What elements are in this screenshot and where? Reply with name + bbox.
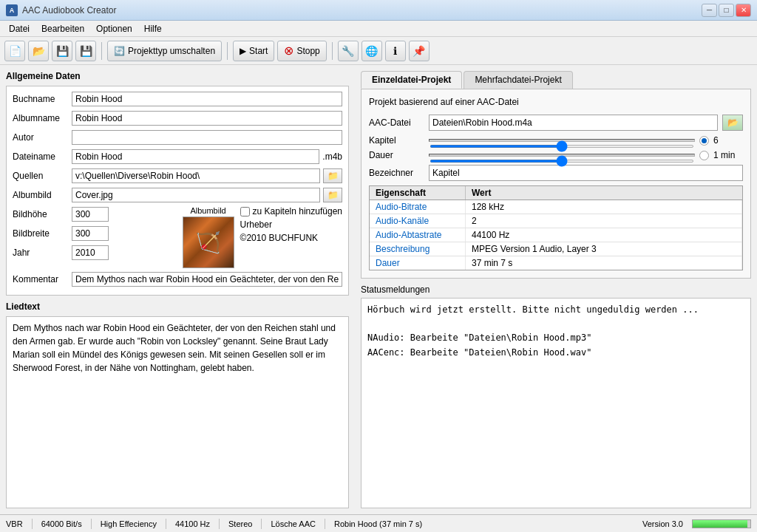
kapitel-radio[interactable]	[699, 136, 709, 146]
bildbreite-row: Bildbreite	[13, 225, 183, 242]
albumname-label: Albumname	[13, 113, 72, 123]
save-as-button[interactable]: 💾	[75, 41, 96, 61]
bildhoehe-label: Bildhöhe	[13, 209, 72, 219]
bezeichner-label: Bezeichner	[369, 168, 424, 178]
menu-optionen[interactable]: Optionen	[90, 22, 138, 35]
dauer-radio[interactable]	[699, 151, 709, 160]
sb-vbr: VBR	[6, 519, 23, 528]
tab-einzeldatei[interactable]: Einzeldatei-Projekt	[361, 71, 462, 89]
ext-label: .m4b	[322, 151, 342, 162]
kapitel-slider[interactable]	[429, 139, 695, 142]
prop-val: 44100 Hz	[466, 228, 742, 242]
bildbreite-input[interactable]	[72, 226, 109, 241]
autor-input[interactable]	[72, 130, 342, 145]
general-data-section: Allgemeine Daten Buchname Albumname Auto…	[6, 71, 349, 301]
sb-version: Version 3.0	[642, 519, 683, 528]
info-button[interactable]: ℹ	[385, 41, 406, 61]
web-button[interactable]: 🌐	[361, 41, 382, 61]
settings-button[interactable]: 🔧	[338, 41, 359, 61]
prop-col-eigenschaft: Eigenschaft	[370, 186, 466, 200]
autor-row: Autor	[13, 129, 342, 146]
quellen-folder-button[interactable]: 📁	[323, 168, 342, 183]
maximize-button[interactable]: □	[719, 4, 734, 17]
bildbreite-label: Bildbreite	[13, 228, 72, 239]
tab-bar: Einzeldatei-Projekt Mehrfachdatei-Projek…	[361, 71, 751, 89]
urheber-section: zu Kapiteln hinzufügen Urheber ©2010 BUC…	[240, 206, 342, 243]
open-button[interactable]: 📂	[28, 41, 49, 61]
albumname-input[interactable]	[72, 111, 342, 126]
album-image-container: Albumbild 🏹	[183, 206, 234, 268]
stopp-button[interactable]: ⊗ Stopp	[277, 41, 326, 61]
aac-datei-browse-button[interactable]: 📂	[722, 115, 743, 131]
toolbar-sep-2	[227, 42, 228, 60]
properties-header: Eigenschaft Wert	[370, 186, 742, 200]
close-button[interactable]: ✕	[736, 4, 751, 17]
dateiname-row: Dateiname .m4b	[13, 149, 342, 165]
prop-key: Dauer	[370, 256, 466, 270]
menu-hilfe[interactable]: Hilfe	[138, 22, 168, 35]
image-fields: Bildhöhe Bildbreite Jahr	[13, 206, 183, 264]
sb-quality: High Effeciency	[101, 519, 157, 528]
sb-stereo: Stereo	[228, 519, 252, 528]
extra-button[interactable]: 📌	[409, 41, 430, 61]
aac-datei-input[interactable]	[429, 115, 718, 131]
kommentar-input[interactable]	[72, 272, 342, 287]
album-img-inner: 🏹	[183, 217, 234, 267]
dauer-label: Dauer	[369, 150, 424, 160]
prop-key: Audio-Bitrate	[370, 200, 466, 214]
menu-datei[interactable]: Datei	[3, 22, 35, 35]
dauer-slider[interactable]	[429, 154, 695, 157]
sb-sep-2	[91, 519, 92, 529]
dateiname-input[interactable]	[72, 149, 319, 164]
kapitel-range[interactable]	[430, 145, 694, 148]
properties-table: Eigenschaft Wert Audio-Bitrate128 kHzAud…	[369, 185, 743, 270]
urheber-label: Urheber	[240, 219, 342, 230]
status-area: Hörbuch wird jetzt erstellt. Bitte nicht…	[361, 298, 751, 508]
prop-val: 37 min 7 s	[466, 256, 742, 270]
bildhoehe-input[interactable]	[72, 207, 109, 222]
album-image-label: Albumbild	[190, 206, 225, 215]
liedtext-textarea[interactable]	[13, 321, 342, 503]
status-section: Statusmeldungen Hörbuch wird jetzt erste…	[361, 284, 751, 508]
statusbar: VBR 64000 Bit/s High Effeciency 44100 Hz…	[0, 514, 757, 532]
zu-kapiteln-label: zu Kapiteln hinzufügen	[253, 206, 342, 216]
new-button[interactable]: 📄	[4, 41, 25, 61]
kommentar-label: Kommentar	[13, 274, 72, 284]
projekttyp-button[interactable]: 🔄 Projekttyp umschalten	[107, 41, 222, 61]
table-row: Audio-Kanäle2	[370, 214, 742, 228]
sb-sep-6	[325, 519, 325, 529]
general-data-header: Allgemeine Daten	[6, 71, 349, 81]
bezeichner-row: Bezeichner	[369, 165, 743, 181]
zu-kapiteln-checkbox[interactable]	[240, 207, 250, 216]
jahr-input[interactable]	[72, 245, 109, 260]
albumbild-row: Albumbild 📁	[13, 187, 342, 203]
prop-val: 128 kHz	[466, 200, 742, 214]
tab-mehrfach[interactable]: Mehrfachdatei-Projekt	[464, 71, 572, 89]
start-icon: ▶	[240, 46, 246, 56]
albumbild-label: Albumbild	[13, 190, 72, 200]
buchname-input[interactable]	[72, 92, 342, 106]
bezeichner-input[interactable]	[429, 165, 743, 181]
quellen-input[interactable]	[72, 168, 320, 183]
start-button[interactable]: ▶ Start	[233, 41, 274, 61]
buchname-label: Buchname	[13, 94, 72, 104]
liedtext-section: Liedtext	[6, 301, 349, 508]
kapitel-row: Kapitel 6	[369, 135, 743, 146]
einzeldatei-content: Projekt basierend auf einer AAC-Datei AA…	[361, 89, 751, 279]
dauer-value: 1 min	[713, 150, 743, 160]
titlebar: A AAC Audiobook Creator ─ □ ✕	[0, 0, 757, 21]
save-button[interactable]: 💾	[52, 41, 72, 61]
toolbar-sep-3	[332, 42, 333, 60]
prop-val: MPEG Version 1 Audio, Layer 3	[466, 242, 742, 256]
quellen-label: Quellen	[13, 171, 72, 181]
prop-col-wert: Wert	[466, 186, 497, 200]
aac-datei-row: AAC-Datei 📂	[369, 115, 743, 131]
status-text: Hörbuch wird jetzt erstellt. Bitte nicht…	[367, 303, 744, 360]
liedtext-area	[6, 316, 349, 508]
projekttyp-label: Projekttyp umschalten	[128, 46, 215, 56]
dauer-range[interactable]	[430, 160, 694, 163]
menu-bearbeiten[interactable]: Bearbeiten	[35, 22, 90, 35]
minimize-button[interactable]: ─	[702, 4, 717, 17]
albumbild-folder-button[interactable]: 📁	[323, 188, 342, 202]
albumbild-input[interactable]	[72, 188, 320, 202]
